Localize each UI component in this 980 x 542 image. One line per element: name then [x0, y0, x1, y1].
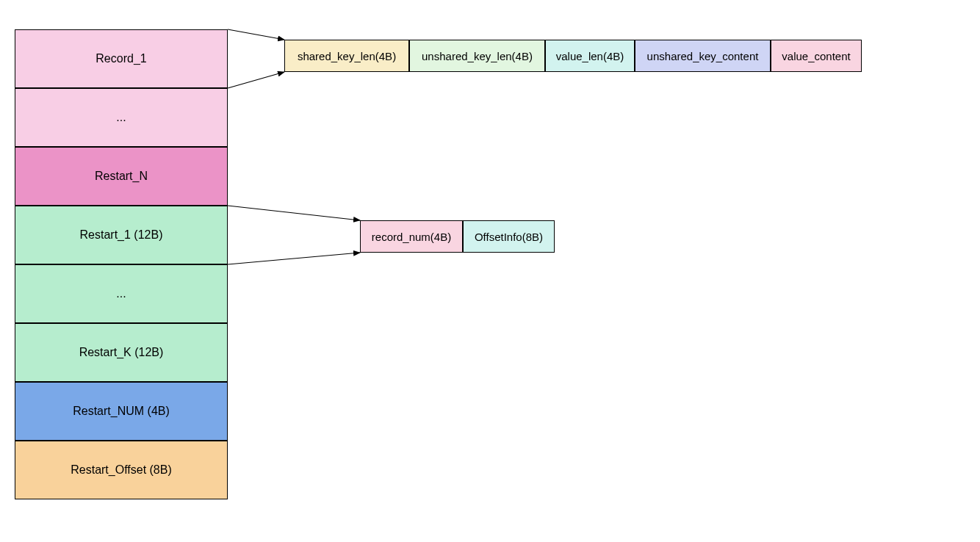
label: unshared_key_content [647, 50, 759, 62]
label: record_num(4B) [372, 231, 451, 243]
arrow-restart-top [228, 206, 360, 220]
main-restart-offset: Restart_Offset (8B) [15, 441, 228, 499]
arrow-restart-bottom [228, 253, 360, 264]
detail-shared-key-len: shared_key_len(4B) [284, 40, 409, 72]
label: shared_key_len(4B) [298, 50, 396, 62]
arrow-record-bottom [228, 72, 284, 88]
main-record-ellipsis: ... [15, 88, 228, 147]
main-restart-ellipsis: ... [15, 264, 228, 323]
label: Record_1 [96, 52, 146, 65]
label: value_len(4B) [556, 50, 624, 62]
label: unshared_key_len(4B) [422, 50, 533, 62]
main-restart-1: Restart_1 (12B) [15, 206, 228, 264]
label: Restart_N [95, 170, 148, 183]
arrow-record-top [228, 29, 284, 40]
detail-unshared-key-len: unshared_key_len(4B) [409, 40, 545, 72]
label: ... [116, 111, 126, 124]
main-restart-k: Restart_K (12B) [15, 323, 228, 382]
label: Restart_NUM (4B) [73, 405, 170, 418]
main-record-1: Record_1 [15, 29, 228, 88]
label: Restart_Offset (8B) [71, 463, 172, 477]
label: value_content [782, 50, 850, 62]
label: Restart_1 (12B) [80, 228, 163, 242]
main-restart-num: Restart_NUM (4B) [15, 382, 228, 441]
label: ... [116, 287, 126, 300]
label: OffsetInfo(8B) [475, 231, 543, 243]
detail-value-content: value_content [771, 40, 862, 72]
detail-value-len: value_len(4B) [545, 40, 635, 72]
detail-offset-info: OffsetInfo(8B) [463, 220, 555, 253]
main-restart-n: Restart_N [15, 147, 228, 206]
detail-unshared-key-content: unshared_key_content [635, 40, 771, 72]
detail-record-num: record_num(4B) [360, 220, 463, 253]
label: Restart_K (12B) [79, 346, 164, 359]
